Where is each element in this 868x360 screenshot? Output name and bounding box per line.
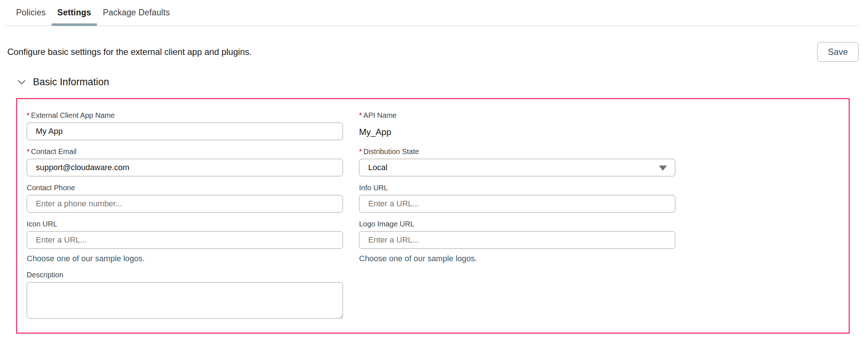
logo-image-url-sample-logos-link[interactable]: Choose one of our sample logos.	[359, 254, 477, 263]
field-label: Icon URL	[27, 220, 343, 228]
contact-phone-label: Contact Phone	[27, 183, 75, 192]
section-basic-information[interactable]: Basic Information	[16, 76, 868, 88]
field-info-url: Info URL	[359, 183, 675, 213]
external-client-app-name-label: External Client App Name	[31, 111, 115, 120]
contact-email-label: Contact Email	[31, 147, 77, 156]
contact-email-input[interactable]	[27, 159, 343, 176]
distribution-state-select[interactable]: Local	[359, 159, 675, 176]
icon-url-label: Icon URL	[27, 220, 57, 228]
description-label: Description	[27, 270, 63, 279]
logo-image-url-label: Logo Image URL	[359, 220, 414, 228]
logo-image-url-input[interactable]	[359, 231, 675, 249]
field-label: * Contact Email	[27, 147, 343, 156]
field-label: * Distribution State	[359, 147, 675, 156]
field-label: Contact Phone	[27, 183, 343, 192]
required-asterisk: *	[359, 147, 362, 156]
tab-package-defaults[interactable]: Package Defaults	[97, 0, 176, 26]
settings-toolbar: Configure basic settings for the externa…	[7, 42, 858, 62]
description-textarea[interactable]	[27, 282, 343, 319]
caret-down-icon	[659, 165, 667, 170]
required-asterisk: *	[27, 111, 30, 120]
info-url-label: Info URL	[359, 183, 388, 192]
basic-information-form: * External Client App Name * API Name My…	[27, 111, 839, 320]
tab-bar: Policies Settings Package Defaults	[5, 0, 859, 26]
api-name-value: My_App	[359, 127, 675, 137]
tab-policies[interactable]: Policies	[10, 0, 52, 26]
field-logo-image-url: Logo Image URL Choose one of our sample …	[359, 220, 675, 263]
field-label: Description	[27, 270, 343, 279]
field-contact-phone: Contact Phone	[27, 183, 343, 213]
chevron-down-icon[interactable]	[16, 77, 27, 88]
field-api-name: * API Name My_App	[359, 111, 675, 140]
field-label: Logo Image URL	[359, 220, 675, 228]
api-name-label: API Name	[363, 111, 397, 120]
field-label: * API Name	[359, 111, 675, 120]
distribution-state-value: Local	[368, 163, 388, 172]
required-asterisk: *	[27, 147, 30, 156]
icon-url-sample-logos-link[interactable]: Choose one of our sample logos.	[27, 254, 145, 263]
save-button[interactable]: Save	[817, 42, 858, 62]
info-url-input[interactable]	[359, 195, 675, 213]
tab-settings[interactable]: Settings	[52, 0, 97, 26]
field-label: Info URL	[359, 183, 675, 192]
icon-url-input[interactable]	[27, 231, 343, 249]
field-distribution-state: * Distribution State Local	[359, 147, 675, 176]
distribution-state-label: Distribution State	[363, 147, 419, 156]
field-label: * External Client App Name	[27, 111, 343, 120]
section-title: Basic Information	[33, 76, 109, 88]
required-asterisk: *	[359, 111, 362, 120]
empty-cell	[359, 270, 675, 320]
field-icon-url: Icon URL Choose one of our sample logos.	[27, 220, 343, 263]
basic-information-panel: * External Client App Name * API Name My…	[16, 98, 850, 334]
field-description: Description	[27, 270, 343, 320]
field-external-client-app-name: * External Client App Name	[27, 111, 343, 140]
field-contact-email: * Contact Email	[27, 147, 343, 176]
page-description: Configure basic settings for the externa…	[7, 47, 252, 57]
external-client-app-name-input[interactable]	[27, 123, 343, 140]
contact-phone-input[interactable]	[27, 195, 343, 213]
